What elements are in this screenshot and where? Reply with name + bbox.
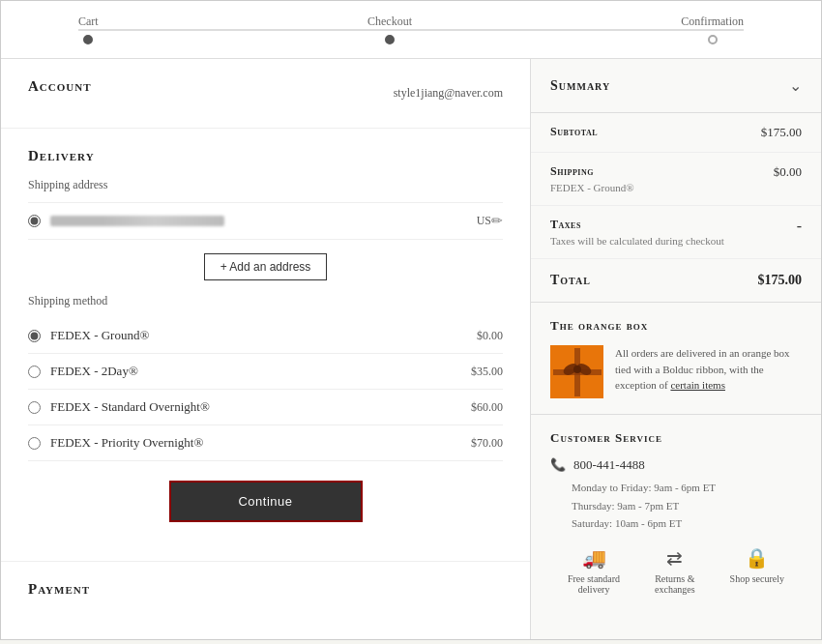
left-column: Account style1jiang@naver.com Delivery S…	[1, 59, 531, 639]
cs-icon-delivery: 🚚 Free standarddelivery	[568, 546, 620, 595]
cs-phone: 📞 800-441-4488	[550, 457, 802, 473]
shipping-value: $0.00	[774, 164, 802, 180]
shipping-option-2day-left: FEDEX - 2Day®	[28, 364, 138, 379]
taxes-label-block: Taxes Taxes will be calculated during ch…	[550, 218, 724, 247]
orange-box-section: The orange box	[531, 303, 821, 415]
subtotal-value: $175.00	[761, 125, 802, 140]
taxes-line: Taxes Taxes will be calculated during ch…	[531, 206, 821, 259]
shipping-price-2day: $35.00	[471, 365, 503, 379]
address-radio[interactable]	[28, 215, 41, 227]
shipping-radio-overnight[interactable]	[28, 401, 41, 414]
payment-title: Payment	[28, 581, 503, 598]
cs-icon-returns: ⇄ Returns &exchanges	[655, 546, 695, 595]
step-checkout-dot	[385, 35, 395, 44]
step-cart-dot	[83, 35, 93, 44]
shipping-option-priority: FEDEX - Priority Overnight® $70.00	[28, 425, 503, 461]
orange-box-title: The orange box	[550, 318, 802, 334]
customer-service-section: Customer Service 📞 800-441-4488 Monday t…	[531, 415, 821, 610]
ribbon-svg	[553, 348, 602, 396]
right-column: Summary ⌄ Subtotal $175.00 Shipping FEDE…	[531, 59, 821, 639]
summary-title: Summary	[550, 78, 610, 94]
subtotal-label-block: Subtotal	[550, 125, 598, 139]
step-checkout: Checkout	[367, 15, 412, 44]
svg-point-5	[573, 366, 581, 373]
taxes-sub: Taxes will be calculated during checkout	[550, 235, 724, 247]
total-label: Total	[550, 273, 591, 288]
secure-label: Shop securely	[730, 573, 784, 584]
continue-button[interactable]: Continue	[169, 481, 363, 522]
orange-box-image	[550, 345, 603, 398]
address-country: US	[477, 214, 491, 228]
delivery-title: Delivery	[28, 148, 503, 164]
address-row: US ✏	[28, 202, 503, 240]
shipping-price-overnight: $60.00	[471, 400, 503, 415]
add-address-button[interactable]: + Add an address	[204, 253, 328, 280]
certain-items-link[interactable]: certain items	[670, 379, 725, 391]
delivery-icon: 🚚	[582, 546, 606, 570]
address-blurred	[50, 216, 224, 226]
shipping-option-priority-left: FEDEX - Priority Overnight®	[28, 435, 203, 451]
phone-icon: 📞	[550, 457, 566, 473]
shipping-radio-priority[interactable]	[28, 437, 41, 450]
cs-icon-secure: 🔒 Shop securely	[730, 546, 784, 595]
subtotal-line: Subtotal $175.00	[531, 113, 821, 153]
delivery-label: Free standarddelivery	[568, 573, 620, 595]
shipping-radio-2day[interactable]	[28, 366, 41, 378]
summary-header: Summary ⌄	[531, 59, 821, 113]
shipping-radio-ground[interactable]	[28, 330, 41, 342]
shipping-name-overnight: FEDEX - Standard Overnight®	[50, 399, 210, 415]
cs-icons-row: 🚚 Free standarddelivery ⇄ Returns &excha…	[550, 546, 802, 595]
shipping-option-overnight-left: FEDEX - Standard Overnight®	[28, 399, 210, 415]
orange-box-content: All orders are delivered in an orange bo…	[550, 345, 802, 398]
shipping-name-ground: FEDEX - Ground®	[50, 328, 149, 343]
shipping-option-ground: FEDEX - Ground® $0.00	[28, 318, 503, 354]
phone-number: 800-441-4488	[573, 457, 645, 473]
step-cart: Cart	[78, 15, 99, 44]
returns-label: Returns &exchanges	[655, 573, 695, 595]
progress-bar: Cart Checkout Confirmation	[1, 1, 821, 59]
shipping-option-2day: FEDEX - 2Day® $35.00	[28, 354, 503, 390]
total-line: Total $175.00	[531, 259, 821, 303]
payment-section: Payment	[1, 562, 530, 630]
shipping-price-ground: $0.00	[477, 329, 503, 343]
shipping-name-priority: FEDEX - Priority Overnight®	[50, 435, 203, 451]
chevron-down-icon[interactable]: ⌄	[789, 76, 802, 95]
cs-hours-line2: Thursday: 9am - 7pm ET	[572, 497, 802, 515]
cs-hours-line3: Saturday: 10am - 6pm ET	[572, 514, 802, 533]
orange-box-text: All orders are delivered in an orange bo…	[615, 345, 802, 394]
step-confirmation-dot	[708, 35, 718, 44]
step-confirmation: Confirmation	[681, 15, 744, 44]
shipping-sub: FEDEX - Ground®	[550, 182, 634, 193]
cs-hours: Monday to Friday: 9am - 6pm ET Thursday:…	[572, 479, 802, 533]
address-text-block	[50, 216, 469, 226]
edit-address-icon[interactable]: ✏	[491, 213, 503, 229]
step-cart-label: Cart	[78, 15, 99, 29]
delivery-section: Delivery Shipping address US ✏ + Add an …	[1, 129, 530, 562]
shipping-line: Shipping FEDEX - Ground® $0.00	[531, 153, 821, 206]
shipping-address-label: Shipping address	[28, 178, 503, 192]
taxes-label: Taxes	[550, 218, 724, 232]
account-email: style1jiang@naver.com	[394, 86, 503, 101]
cs-hours-line1: Monday to Friday: 9am - 6pm ET	[572, 479, 802, 497]
subtotal-label: Subtotal	[550, 125, 598, 139]
step-confirmation-label: Confirmation	[681, 15, 744, 29]
shipping-price-priority: $70.00	[471, 436, 503, 451]
shipping-label-block: Shipping FEDEX - Ground®	[550, 164, 634, 193]
certain-items-text: certain items	[670, 379, 725, 391]
taxes-value: -	[797, 218, 802, 235]
step-checkout-label: Checkout	[367, 15, 412, 29]
returns-icon: ⇄	[666, 546, 683, 570]
account-title: Account	[28, 78, 92, 95]
shipping-label: Shipping	[550, 164, 634, 179]
shipping-option-overnight: FEDEX - Standard Overnight® $60.00	[28, 390, 503, 425]
secure-icon: 🔒	[745, 546, 769, 570]
main-layout: Account style1jiang@naver.com Delivery S…	[1, 59, 821, 639]
account-section: Account style1jiang@naver.com	[1, 59, 530, 129]
shipping-method-label: Shipping method	[28, 294, 503, 308]
page-wrapper: Cart Checkout Confirmation Account style…	[0, 0, 822, 640]
cs-title: Customer Service	[550, 430, 802, 446]
shipping-name-2day: FEDEX - 2Day®	[50, 364, 138, 379]
shipping-option-ground-left: FEDEX - Ground®	[28, 328, 149, 343]
total-value: $175.00	[758, 273, 803, 288]
